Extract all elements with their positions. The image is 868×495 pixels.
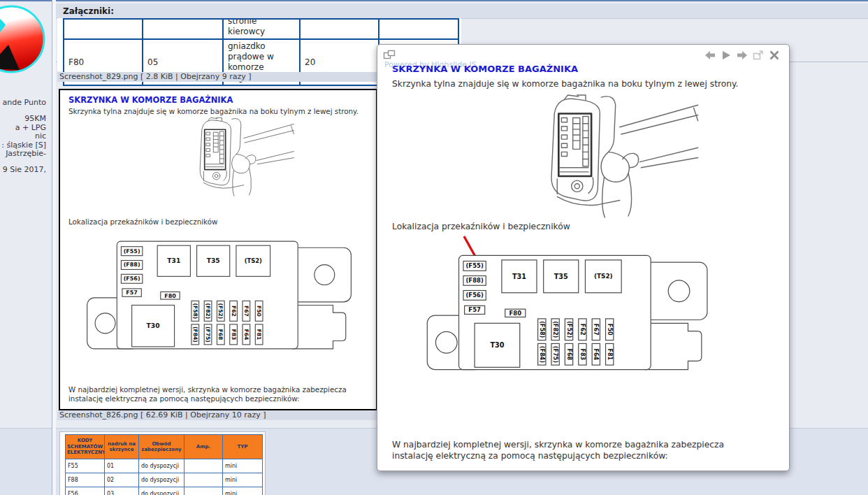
- sidebar-text-line: nic: [35, 131, 46, 141]
- doc-footer-text: W najbardziej kompletnej wersji, skrzynk…: [68, 385, 370, 404]
- trunk-location-drawing: [514, 94, 700, 218]
- table-cell: [185, 473, 223, 487]
- column-header: Amp.: [185, 435, 223, 459]
- table-row: F56 03 do dyspozycji mini: [66, 487, 263, 495]
- doc-location-label: Lokalizacja przekaźników i bezpieczników: [68, 217, 217, 226]
- doc-title: SKRZYNKA W KOMORZE BAGAŻNIKA: [68, 95, 233, 105]
- attachment-caption-826: Screenshot_826.png [ 62.69 KiB | Obejrza…: [57, 410, 379, 420]
- column-header: nadruk na skrzynce: [105, 435, 139, 459]
- column-header: TYP: [223, 435, 263, 459]
- sidebar-text-line: 9 Sie 2017,: [3, 165, 46, 174]
- table-cell: 02: [105, 473, 139, 487]
- table-cell: mini: [223, 487, 263, 495]
- doc-intro: Skrzynka tylna znajduje się w komorze ba…: [392, 79, 739, 89]
- attachment-image-826[interactable]: SKRZYNKA W KOMORZE BAGAŻNIKA Skrzynka ty…: [59, 89, 377, 410]
- sidebar-text-line: Jastrzębie-: [6, 149, 46, 158]
- table-header-row: KODY SCHEMATÓW ELEKTRYCZNYCH nadruk na s…: [66, 435, 263, 459]
- table-row: F55 01 do dyspozycji mini: [66, 459, 263, 473]
- table-row: stronie kierowcy: [64, 19, 458, 39]
- trunk-location-drawing: [176, 117, 295, 196]
- doc-location-label: Lokalizacja przekaźników i bezpieczników: [392, 222, 570, 231]
- attachments-label: Załączniki:: [56, 4, 114, 16]
- attachments-section-header: Załączniki:: [56, 3, 868, 19]
- table-cell: do dyspozycji: [139, 487, 185, 495]
- fusebox-diagram: [80, 239, 356, 351]
- fusebox-diagram: [419, 253, 713, 372]
- table-cell: F55: [66, 459, 105, 473]
- table-cell: 03: [105, 487, 139, 495]
- sidebar-text-line: 95KM: [24, 114, 46, 123]
- table-cell: do dyspozycji: [139, 459, 185, 473]
- forum-page: Załączniki: ande Punto 95KM a + LPG nic …: [0, 0, 868, 495]
- table-cell: mini: [223, 473, 263, 487]
- next-icon[interactable]: [736, 49, 748, 62]
- lightbox-controls: [704, 49, 781, 62]
- table-cell: F88: [66, 473, 105, 487]
- table-cell: [185, 459, 223, 473]
- table-cell: [300, 19, 379, 39]
- table-row: F88 02 do dyspozycji mini: [66, 473, 263, 487]
- expand-icon[interactable]: [752, 49, 765, 62]
- column-header: Obwód zabezpieczony: [139, 435, 185, 459]
- table-cell: F56: [66, 487, 105, 495]
- sidebar-gutter: [52, 0, 56, 495]
- table-cell: do dyspozycji: [139, 473, 185, 487]
- doc-intro: Skrzynka tylna znajduje się w komorze ba…: [68, 107, 359, 115]
- table-cell: [64, 19, 143, 39]
- table-cell: 01: [105, 459, 139, 473]
- play-icon[interactable]: [720, 49, 732, 62]
- column-header: KODY SCHEMATÓW ELEKTRYCZNYCH: [66, 435, 105, 459]
- table-cell: mini: [223, 459, 263, 473]
- table-cell: [143, 19, 223, 39]
- page-top-rule: [0, 0, 868, 1]
- table-cell: [379, 19, 458, 39]
- post-author-sidebar: ande Punto 95KM a + LPG nic : śląskie [S…: [0, 0, 52, 495]
- highslide-credits-icon[interactable]: [383, 50, 396, 60]
- table-cell: stronie kierowcy: [223, 19, 300, 39]
- doc-footer-text: W najbardziej kompletnej wersji, skrzynk…: [392, 440, 759, 462]
- sidebar-text-line: ande Punto: [3, 98, 46, 107]
- table-cell: [185, 487, 223, 495]
- avatar: [0, 4, 46, 74]
- attachment-image-fuse-codes[interactable]: KODY SCHEMATÓW ELEKTRYCZNYCH nadruk na s…: [59, 431, 266, 495]
- doc-title: SKRZYNKA W KOMORZE BAGAŻNIKA: [392, 64, 578, 74]
- close-icon[interactable]: [768, 49, 781, 62]
- previous-icon[interactable]: [704, 49, 716, 62]
- lightbox[interactable]: Powered by Highslide JS SKRZYNKA W KOMOR…: [377, 44, 790, 471]
